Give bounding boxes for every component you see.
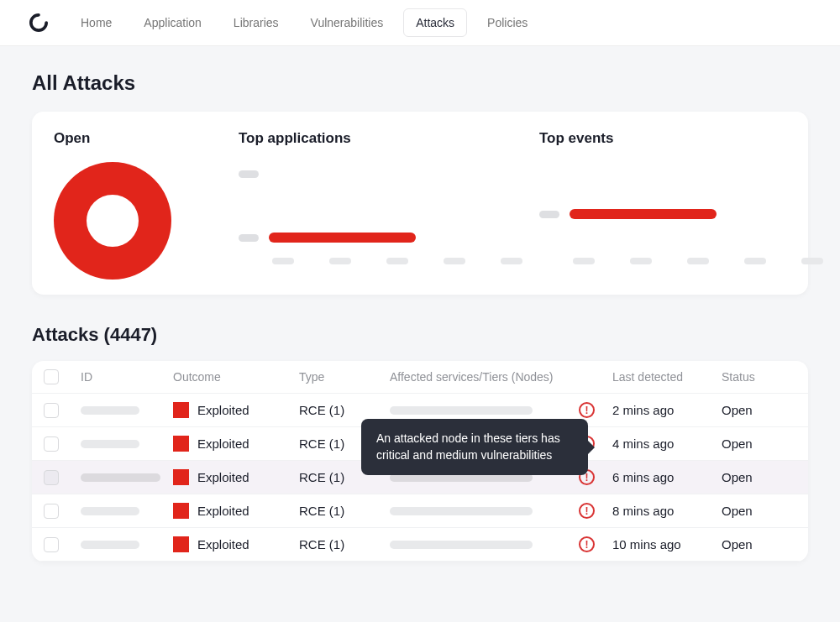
status-text: Open xyxy=(722,504,789,518)
row-checkbox[interactable] xyxy=(44,537,59,552)
nav-libraries[interactable]: Libraries xyxy=(222,9,291,36)
nav-policies[interactable]: Policies xyxy=(475,9,539,36)
id-placeholder xyxy=(81,507,139,515)
alert-icon[interactable] xyxy=(579,503,595,519)
severity-square-icon xyxy=(173,436,189,452)
status-text: Open xyxy=(722,537,789,551)
col-type: Type xyxy=(299,370,390,384)
last-detected-text: 4 mins ago xyxy=(612,436,722,451)
nav-application[interactable]: Application xyxy=(132,9,213,36)
severity-square-icon xyxy=(173,469,189,485)
top-apps-heading: Top applications xyxy=(239,130,522,147)
tick xyxy=(573,258,595,264)
tick xyxy=(329,258,351,264)
row-checkbox[interactable] xyxy=(44,403,59,418)
severity-square-icon xyxy=(173,402,189,418)
col-status: Status xyxy=(722,370,789,384)
open-donut-chart xyxy=(54,162,171,280)
select-all-checkbox[interactable] xyxy=(44,369,59,384)
severity-square-icon xyxy=(173,503,189,519)
affected-placeholder xyxy=(390,507,533,515)
event-bar xyxy=(570,209,717,219)
last-detected-text: 6 mins ago xyxy=(612,470,722,484)
id-placeholder xyxy=(81,440,139,448)
top-events-heading: Top events xyxy=(539,130,823,147)
col-last-detected: Last detected xyxy=(612,370,722,384)
type-text: RCE (1) xyxy=(299,403,390,417)
tick xyxy=(801,258,823,264)
top-nav: Home Application Libraries Vulnerabiliti… xyxy=(0,0,840,46)
outcome-text: Exploited xyxy=(197,436,249,451)
id-placeholder xyxy=(81,406,139,415)
summary-top-apps: Top applications xyxy=(239,130,522,280)
affected-placeholder xyxy=(390,406,533,415)
event-bar-row xyxy=(539,202,823,226)
last-detected-text: 10 mins ago xyxy=(612,537,722,551)
status-text: Open xyxy=(722,403,789,417)
type-text: RCE (1) xyxy=(299,537,390,551)
last-detected-text: 2 mins ago xyxy=(612,403,722,417)
alert-icon[interactable] xyxy=(579,536,595,552)
table-row[interactable]: Exploited RCE (1) 6 mins ago Open An att… xyxy=(32,461,808,494)
attacks-table-title: Attacks (4447) xyxy=(32,324,808,346)
severity-square-icon xyxy=(173,536,189,552)
tick xyxy=(272,258,294,264)
affected-placeholder xyxy=(390,541,533,549)
open-heading: Open xyxy=(54,130,222,147)
tick xyxy=(630,258,652,264)
nav-home[interactable]: Home xyxy=(69,9,123,36)
bar-label-placeholder xyxy=(539,211,559,218)
page-title: All Attacks xyxy=(32,71,808,95)
bar-label-placeholder xyxy=(239,170,259,178)
app-bar xyxy=(269,233,416,243)
tick xyxy=(444,258,465,264)
alert-icon[interactable] xyxy=(579,402,595,418)
app-bar-row xyxy=(239,162,522,186)
app-bar-row xyxy=(239,226,522,249)
type-text: RCE (1) xyxy=(299,504,390,518)
id-placeholder xyxy=(81,541,139,549)
tick xyxy=(744,258,766,264)
row-checkbox[interactable] xyxy=(44,504,59,519)
tick xyxy=(386,258,408,264)
tick xyxy=(687,258,709,264)
outcome-text: Exploited xyxy=(197,470,249,484)
id-placeholder xyxy=(81,473,160,482)
row-checkbox[interactable] xyxy=(44,436,59,452)
axis-ticks xyxy=(239,258,522,264)
tooltip: An attacked node in these tiers has crit… xyxy=(361,419,588,475)
status-text: Open xyxy=(722,470,789,484)
row-checkbox[interactable] xyxy=(44,470,59,485)
col-outcome: Outcome xyxy=(173,370,299,384)
table-header-row: ID Outcome Type Affected services/Tiers … xyxy=(32,361,808,394)
outcome-text: Exploited xyxy=(197,504,249,518)
tick xyxy=(501,258,522,264)
col-id: ID xyxy=(81,370,173,384)
status-text: Open xyxy=(722,436,789,451)
logo-icon xyxy=(29,13,48,32)
outcome-text: Exploited xyxy=(197,403,249,417)
attacks-table: ID Outcome Type Affected services/Tiers … xyxy=(32,361,808,562)
summary-open: Open xyxy=(54,130,222,280)
last-detected-text: 8 mins ago xyxy=(612,504,722,518)
summary-card: Open Top applications Top events xyxy=(32,112,808,295)
nav-attacks[interactable]: Attacks xyxy=(403,8,467,37)
nav-vulnerabilities[interactable]: Vulnerabilities xyxy=(299,9,396,36)
outcome-text: Exploited xyxy=(197,537,249,551)
axis-ticks xyxy=(539,258,823,264)
bar-label-placeholder xyxy=(239,234,259,242)
table-row[interactable]: Exploited RCE (1) 10 mins ago Open xyxy=(32,528,808,562)
table-row[interactable]: Exploited RCE (1) 8 mins ago Open xyxy=(32,494,808,528)
col-affected: Affected services/Tiers (Nodes) xyxy=(390,370,612,384)
summary-top-events: Top events xyxy=(539,130,823,280)
